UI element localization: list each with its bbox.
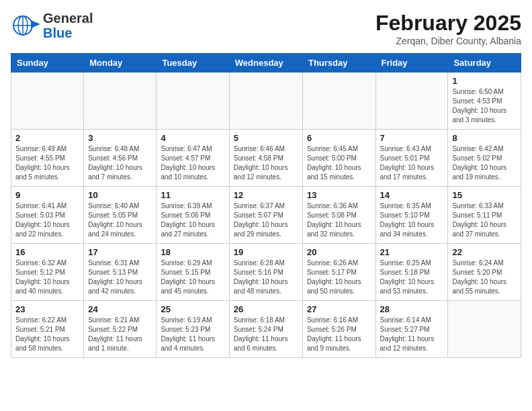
calendar-day-cell: 7Sunrise: 6:43 AM Sunset: 5:01 PM Daylig… bbox=[375, 130, 448, 187]
day-of-week-header: Saturday bbox=[448, 54, 521, 73]
day-number: 10 bbox=[88, 190, 152, 200]
day-info: Sunrise: 6:48 AM Sunset: 4:56 PM Dayligh… bbox=[88, 144, 152, 182]
day-number: 2 bbox=[15, 133, 79, 143]
calendar-week-row: 2Sunrise: 6:49 AM Sunset: 4:55 PM Daylig… bbox=[11, 130, 521, 187]
calendar-day-cell: 19Sunrise: 6:28 AM Sunset: 5:16 PM Dayli… bbox=[229, 244, 302, 301]
day-info: Sunrise: 6:21 AM Sunset: 5:22 PM Dayligh… bbox=[88, 316, 152, 353]
title-section: February 2025 Zerqan, Diber County, Alba… bbox=[375, 11, 521, 46]
calendar-day-cell: 11Sunrise: 6:39 AM Sunset: 5:06 PM Dayli… bbox=[157, 187, 229, 244]
day-info: Sunrise: 6:24 AM Sunset: 5:20 PM Dayligh… bbox=[452, 259, 517, 296]
logo-blue: Blue bbox=[43, 26, 72, 40]
day-of-week-header: Friday bbox=[375, 54, 448, 73]
location-subtitle: Zerqan, Diber County, Albania bbox=[375, 36, 521, 46]
day-info: Sunrise: 6:37 AM Sunset: 5:07 PM Dayligh… bbox=[234, 201, 298, 239]
day-info: Sunrise: 6:22 AM Sunset: 5:21 PM Dayligh… bbox=[15, 316, 79, 353]
calendar-day-cell: 25Sunrise: 6:19 AM Sunset: 5:23 PM Dayli… bbox=[157, 301, 229, 358]
day-info: Sunrise: 6:18 AM Sunset: 5:24 PM Dayligh… bbox=[234, 316, 298, 353]
day-number: 15 bbox=[452, 190, 517, 200]
day-info: Sunrise: 6:40 AM Sunset: 5:05 PM Dayligh… bbox=[88, 201, 152, 239]
calendar-day-cell: 20Sunrise: 6:26 AM Sunset: 5:17 PM Dayli… bbox=[302, 244, 375, 301]
calendar-day-cell: 14Sunrise: 6:35 AM Sunset: 5:10 PM Dayli… bbox=[375, 187, 448, 244]
day-number: 5 bbox=[234, 133, 298, 143]
day-of-week-header: Monday bbox=[84, 54, 157, 73]
day-info: Sunrise: 6:41 AM Sunset: 5:03 PM Dayligh… bbox=[15, 201, 79, 239]
calendar-day-cell bbox=[84, 73, 157, 130]
day-info: Sunrise: 6:16 AM Sunset: 5:26 PM Dayligh… bbox=[307, 316, 371, 353]
day-info: Sunrise: 6:45 AM Sunset: 5:00 PM Dayligh… bbox=[307, 144, 371, 182]
calendar-week-row: 23Sunrise: 6:22 AM Sunset: 5:21 PM Dayli… bbox=[11, 301, 521, 358]
day-number: 18 bbox=[161, 247, 224, 257]
calendar-day-cell: 28Sunrise: 6:14 AM Sunset: 5:27 PM Dayli… bbox=[375, 301, 448, 358]
day-info: Sunrise: 6:49 AM Sunset: 4:55 PM Dayligh… bbox=[15, 144, 79, 182]
day-number: 20 bbox=[307, 247, 371, 257]
day-info: Sunrise: 6:29 AM Sunset: 5:15 PM Dayligh… bbox=[161, 259, 224, 296]
day-number: 19 bbox=[234, 247, 298, 257]
calendar-day-cell: 12Sunrise: 6:37 AM Sunset: 5:07 PM Dayli… bbox=[229, 187, 302, 244]
calendar-day-cell: 23Sunrise: 6:22 AM Sunset: 5:21 PM Dayli… bbox=[11, 301, 84, 358]
month-year-title: February 2025 bbox=[375, 11, 521, 36]
calendar-day-cell: 17Sunrise: 6:31 AM Sunset: 5:13 PM Dayli… bbox=[84, 244, 157, 301]
day-info: Sunrise: 6:14 AM Sunset: 5:27 PM Dayligh… bbox=[380, 316, 444, 353]
day-number: 24 bbox=[88, 304, 152, 314]
calendar-day-cell: 16Sunrise: 6:32 AM Sunset: 5:12 PM Dayli… bbox=[11, 244, 84, 301]
calendar-day-cell: 10Sunrise: 6:40 AM Sunset: 5:05 PM Dayli… bbox=[84, 187, 157, 244]
calendar-day-cell bbox=[375, 73, 448, 130]
day-number: 21 bbox=[380, 247, 444, 257]
calendar-week-row: 1Sunrise: 6:50 AM Sunset: 4:53 PM Daylig… bbox=[11, 73, 521, 130]
calendar-day-cell: 26Sunrise: 6:18 AM Sunset: 5:24 PM Dayli… bbox=[229, 301, 302, 358]
calendar-day-cell: 27Sunrise: 6:16 AM Sunset: 5:26 PM Dayli… bbox=[302, 301, 375, 358]
day-number: 11 bbox=[161, 190, 224, 200]
calendar-day-cell: 1Sunrise: 6:50 AM Sunset: 4:53 PM Daylig… bbox=[448, 73, 521, 130]
day-number: 12 bbox=[234, 190, 298, 200]
calendar-day-cell: 22Sunrise: 6:24 AM Sunset: 5:20 PM Dayli… bbox=[448, 244, 521, 301]
day-number: 28 bbox=[380, 304, 444, 314]
calendar-day-cell bbox=[448, 301, 521, 358]
calendar-day-cell bbox=[157, 73, 229, 130]
calendar-day-cell: 2Sunrise: 6:49 AM Sunset: 4:55 PM Daylig… bbox=[11, 130, 84, 187]
calendar-day-cell: 5Sunrise: 6:46 AM Sunset: 4:58 PM Daylig… bbox=[229, 130, 302, 187]
calendar-week-row: 9Sunrise: 6:41 AM Sunset: 5:03 PM Daylig… bbox=[11, 187, 521, 244]
calendar-day-cell: 9Sunrise: 6:41 AM Sunset: 5:03 PM Daylig… bbox=[11, 187, 84, 244]
day-info: Sunrise: 6:39 AM Sunset: 5:06 PM Dayligh… bbox=[161, 201, 224, 239]
logo: General Blue bbox=[11, 11, 93, 40]
calendar-day-cell: 13Sunrise: 6:36 AM Sunset: 5:08 PM Dayli… bbox=[302, 187, 375, 244]
calendar-day-cell bbox=[229, 73, 302, 130]
day-number: 26 bbox=[234, 304, 298, 314]
day-number: 6 bbox=[307, 133, 371, 143]
day-number: 22 bbox=[452, 247, 517, 257]
calendar-day-cell: 8Sunrise: 6:42 AM Sunset: 5:02 PM Daylig… bbox=[448, 130, 521, 187]
calendar-day-cell: 21Sunrise: 6:25 AM Sunset: 5:18 PM Dayli… bbox=[375, 244, 448, 301]
calendar-table: SundayMondayTuesdayWednesdayThursdayFrid… bbox=[11, 53, 521, 358]
day-of-week-header: Tuesday bbox=[157, 54, 229, 73]
day-info: Sunrise: 6:25 AM Sunset: 5:18 PM Dayligh… bbox=[380, 259, 444, 296]
day-number: 17 bbox=[88, 247, 152, 257]
day-number: 25 bbox=[161, 304, 224, 314]
day-number: 7 bbox=[380, 133, 444, 143]
day-info: Sunrise: 6:19 AM Sunset: 5:23 PM Dayligh… bbox=[161, 316, 224, 353]
day-number: 14 bbox=[380, 190, 444, 200]
logo-icon bbox=[11, 13, 40, 38]
day-info: Sunrise: 6:28 AM Sunset: 5:16 PM Dayligh… bbox=[234, 259, 298, 296]
calendar-day-cell: 4Sunrise: 6:47 AM Sunset: 4:57 PM Daylig… bbox=[157, 130, 229, 187]
calendar-week-row: 16Sunrise: 6:32 AM Sunset: 5:12 PM Dayli… bbox=[11, 244, 521, 301]
day-number: 27 bbox=[307, 304, 371, 314]
calendar-day-cell: 6Sunrise: 6:45 AM Sunset: 5:00 PM Daylig… bbox=[302, 130, 375, 187]
calendar-day-cell: 24Sunrise: 6:21 AM Sunset: 5:22 PM Dayli… bbox=[84, 301, 157, 358]
day-info: Sunrise: 6:36 AM Sunset: 5:08 PM Dayligh… bbox=[307, 201, 371, 239]
calendar-day-cell: 3Sunrise: 6:48 AM Sunset: 4:56 PM Daylig… bbox=[84, 130, 157, 187]
logo-general: General bbox=[43, 11, 93, 26]
day-of-week-header: Thursday bbox=[302, 54, 375, 73]
day-number: 3 bbox=[88, 133, 152, 143]
calendar-day-cell: 18Sunrise: 6:29 AM Sunset: 5:15 PM Dayli… bbox=[157, 244, 229, 301]
day-number: 23 bbox=[15, 304, 79, 314]
calendar-day-cell bbox=[302, 73, 375, 130]
calendar-day-cell bbox=[11, 73, 84, 130]
day-number: 9 bbox=[15, 190, 79, 200]
day-number: 8 bbox=[452, 133, 517, 143]
day-number: 16 bbox=[15, 247, 79, 257]
day-number: 13 bbox=[307, 190, 371, 200]
day-info: Sunrise: 6:43 AM Sunset: 5:01 PM Dayligh… bbox=[380, 144, 444, 182]
day-info: Sunrise: 6:31 AM Sunset: 5:13 PM Dayligh… bbox=[88, 259, 152, 296]
day-of-week-header: Wednesday bbox=[229, 54, 302, 73]
day-number: 1 bbox=[452, 76, 517, 86]
